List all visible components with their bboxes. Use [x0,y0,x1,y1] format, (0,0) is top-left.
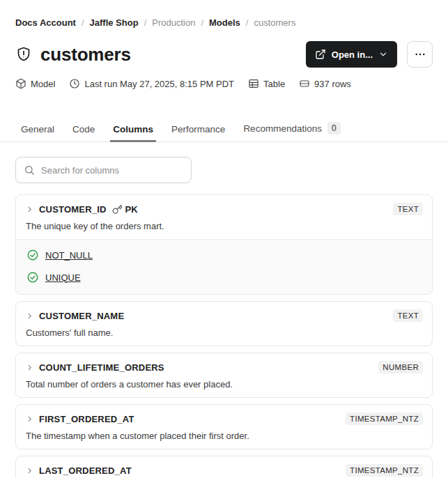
breadcrumb-separator: / [144,17,147,28]
meta-row-count: 937 rows [299,78,351,89]
meta-materialization: Table [248,78,285,89]
column-name: LAST_ORDERED_AT [39,465,132,476]
table-icon [248,78,259,89]
column-type-badge: TIMESTAMP_NTZ [346,464,423,477]
breadcrumb-separator: / [82,17,84,28]
column-search [15,157,192,183]
primary-key-label: PK [125,204,138,215]
column-card-customer-name: CUSTOMER_NAME TEXT Customers' full name. [15,301,433,346]
breadcrumb-separator: / [246,17,249,28]
tab-code[interactable]: Code [72,124,95,141]
check-circle-icon [26,271,39,284]
column-card-last-ordered-at: LAST_ORDERED_AT TIMESTAMP_NTZ The timest… [15,456,433,478]
breadcrumb-item-environment[interactable]: Production [152,17,195,28]
rows-icon [299,78,310,89]
column-type-badge: NUMBER [378,361,423,373]
model-detail-page: Docs Account / Jaffle Shop / Production … [0,0,448,478]
cube-icon [15,78,26,89]
column-tests: NOT_NULL UNIQUE [16,239,432,294]
column-description: Customers' full name. [26,327,423,339]
clock-icon [69,78,80,89]
shield-alert-icon [15,46,32,63]
recommendations-count-badge: 0 [327,122,341,134]
open-in-button[interactable]: Open in... [306,41,397,68]
column-description: The unique key of the orders mart. [26,221,423,232]
column-type-badge: TIMESTAMP_NTZ [346,413,423,425]
breadcrumb-item-current: customers [254,17,295,28]
test-link-not-null[interactable]: NOT_NULL [45,250,93,261]
breadcrumb: Docs Account / Jaffle Shop / Production … [15,0,433,28]
breadcrumb-item-project[interactable]: Jaffle Shop [90,17,139,28]
meta-last-run: Last run May 27, 2025, 8:15 PM PDT [69,78,234,89]
chevron-right-icon[interactable] [26,312,33,320]
tab-bar: General Code Columns Performance Recomme… [0,122,448,142]
column-description: Total number of orders a customer has ev… [26,379,423,390]
column-list: CUSTOMER_ID PK TEXT The unique key of th… [15,194,433,478]
breadcrumb-separator: / [201,17,203,28]
external-link-icon [315,49,326,60]
column-card-first-ordered-at: FIRST_ORDERED_AT TIMESTAMP_NTZ The times… [15,404,433,449]
breadcrumb-item-account[interactable]: Docs Account [15,17,76,28]
column-name: CUSTOMER_ID [39,204,107,215]
column-name: FIRST_ORDERED_AT [39,414,134,424]
chevron-right-icon[interactable] [26,206,33,213]
ellipsis-icon [414,48,426,61]
chevron-right-icon[interactable] [26,364,33,371]
check-circle-icon [26,249,39,261]
meta-label: Table [263,79,285,89]
key-icon [112,204,123,215]
page-title: customers [40,44,131,65]
meta-row: Model Last run May 27, 2025, 8:15 PM PDT [15,78,433,89]
meta-label: Model [31,79,55,89]
search-input[interactable] [41,165,183,176]
column-name: CUSTOMER_NAME [39,311,124,321]
search-icon [24,164,35,176]
chevron-right-icon[interactable] [26,467,33,475]
column-description: The timestamp when a customer placed the… [26,431,423,442]
tab-general[interactable]: General [21,124,54,141]
chevron-right-icon[interactable] [26,415,33,423]
tab-performance[interactable]: Performance [171,124,225,141]
more-options-button[interactable] [407,41,433,68]
test-row: NOT_NULL [26,249,422,261]
column-type-badge: TEXT [393,203,423,215]
meta-label: Last run May 27, 2025, 8:15 PM PDT [84,79,234,89]
page-header: customers Open in... [15,41,433,68]
column-type-badge: TEXT [393,309,423,322]
meta-resource-type: Model [15,78,55,89]
test-link-unique[interactable]: UNIQUE [45,272,81,283]
breadcrumb-item-models[interactable]: Models [209,17,240,28]
tab-columns[interactable]: Columns [113,124,153,141]
column-name: COUNT_LIFETIME_ORDERS [39,362,164,373]
test-row: UNIQUE [26,271,422,284]
column-card-count-lifetime-orders: COUNT_LIFETIME_ORDERS NUMBER Total numbe… [15,353,433,398]
open-in-label: Open in... [332,49,373,60]
column-card-customer-id: CUSTOMER_ID PK TEXT The unique key of th… [15,194,433,295]
chevron-down-icon [378,49,388,59]
meta-label: 937 rows [314,79,351,89]
tab-recommendations[interactable]: Recommendations 0 [243,122,340,141]
